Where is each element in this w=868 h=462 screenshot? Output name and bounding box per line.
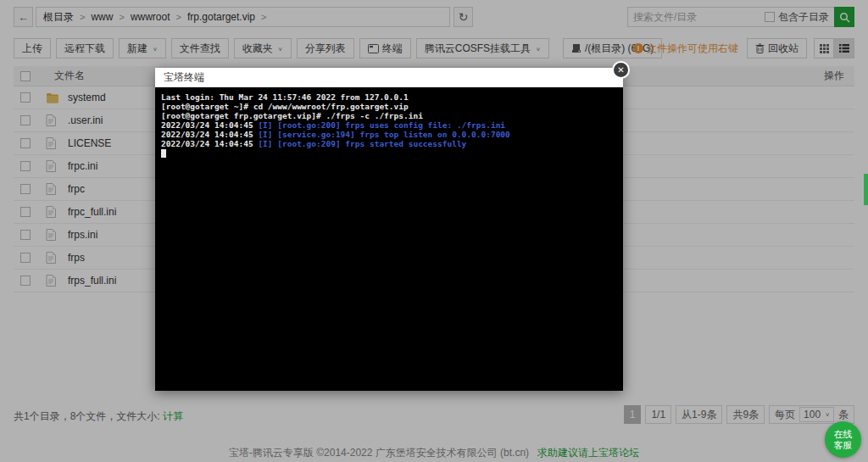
terminal-line: [root@gotarget ~]# cd /www/wwwroot/frp.g… bbox=[161, 102, 617, 111]
terminal-modal: 宝塔终端 ✕ Last login: Thu Mar 24 11:57:46 2… bbox=[155, 68, 623, 391]
support-label-line2: 客服 bbox=[834, 440, 853, 451]
edge-scroll-indicator bbox=[864, 174, 868, 205]
terminal-line: 2022/03/24 14:04:45 [I] [root.go:200] fr… bbox=[161, 120, 617, 130]
terminal-line: 2022/03/24 14:04:45 [I] [root.go:209] fr… bbox=[161, 139, 617, 148]
terminal-cursor bbox=[161, 149, 166, 158]
online-support-button[interactable]: 在线 客服 bbox=[825, 421, 861, 458]
terminal-modal-titlebar[interactable]: 宝塔终端 bbox=[155, 68, 623, 87]
terminal-output[interactable]: Last login: Thu Mar 24 11:57:46 2022 fro… bbox=[155, 87, 623, 391]
terminal-line: 2022/03/24 14:04:45 [I] [service.go:194]… bbox=[161, 130, 617, 139]
close-x-glyph: ✕ bbox=[617, 66, 624, 75]
terminal-line: [root@gotarget frp.gotarget.vip]# ./frps… bbox=[161, 111, 617, 120]
support-label-line1: 在线 bbox=[834, 429, 853, 440]
terminal-modal-title: 宝塔终端 bbox=[164, 70, 204, 85]
terminal-line: Last login: Thu Mar 24 11:57:46 2022 fro… bbox=[161, 92, 617, 102]
close-icon[interactable]: ✕ bbox=[612, 61, 630, 79]
